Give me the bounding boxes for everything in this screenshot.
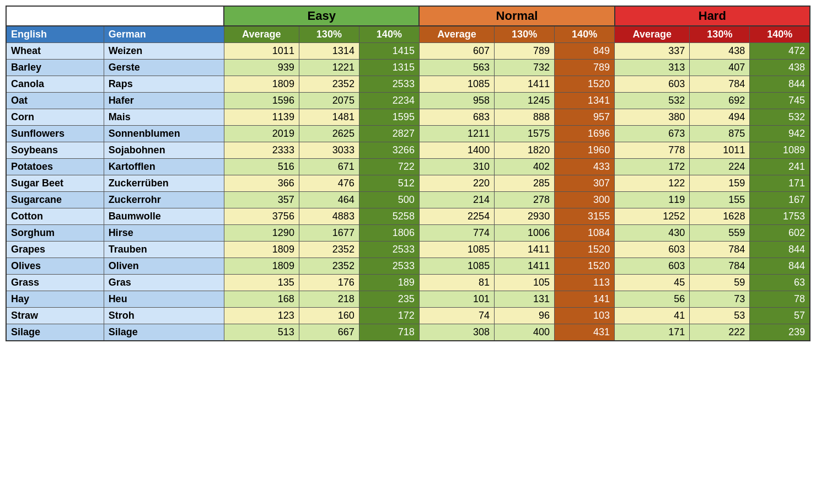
easy-130-value: 160 bbox=[299, 308, 359, 324]
easy-avg-value: 2019 bbox=[224, 126, 299, 142]
easy-140-value: 235 bbox=[359, 291, 419, 308]
hard-140-value: 241 bbox=[750, 159, 810, 175]
table-row: Hay Heu 168 218 235 101 131 141 56 73 78 bbox=[6, 291, 810, 308]
hard-140-value: 63 bbox=[750, 275, 810, 291]
crop-german-name: Baumwolle bbox=[104, 208, 224, 225]
crop-english-name: Sugarcane bbox=[6, 192, 104, 208]
normal-140-value: 1520 bbox=[555, 76, 615, 93]
normal-avg-value: 1085 bbox=[419, 242, 494, 258]
crop-german-name: Mais bbox=[104, 109, 224, 126]
normal-130-value: 105 bbox=[495, 275, 555, 291]
easy-130-value: 464 bbox=[299, 192, 359, 208]
table-row: Canola Raps 1809 2352 2533 1085 1411 152… bbox=[6, 76, 810, 93]
table-row: Silage Silage 513 667 718 308 400 431 17… bbox=[6, 324, 810, 341]
hard-140-value: 1089 bbox=[750, 142, 810, 159]
hard-avg-value: 172 bbox=[615, 159, 690, 175]
hard-140-header: 140% bbox=[750, 26, 810, 43]
hard-140-value: 1753 bbox=[750, 208, 810, 225]
hard-130-value: 559 bbox=[690, 225, 750, 242]
normal-140-value: 300 bbox=[555, 192, 615, 208]
normal-140-value: 957 bbox=[555, 109, 615, 126]
easy-130-value: 4883 bbox=[299, 208, 359, 225]
crop-english-name: Sunflowers bbox=[6, 126, 104, 142]
hard-avg-header: Average bbox=[615, 26, 690, 43]
crop-german-name: Trauben bbox=[104, 242, 224, 258]
normal-avg-value: 101 bbox=[419, 291, 494, 308]
easy-130-value: 671 bbox=[299, 159, 359, 175]
normal-avg-value: 310 bbox=[419, 159, 494, 175]
easy-avg-value: 1809 bbox=[224, 258, 299, 275]
crop-english-name: Silage bbox=[6, 324, 104, 341]
normal-130-value: 2930 bbox=[495, 208, 555, 225]
hard-avg-value: 603 bbox=[615, 76, 690, 93]
easy-140-value: 189 bbox=[359, 275, 419, 291]
hard-avg-value: 430 bbox=[615, 225, 690, 242]
hard-140-value: 602 bbox=[750, 225, 810, 242]
easy-130-value: 3033 bbox=[299, 142, 359, 159]
hard-avg-value: 45 bbox=[615, 275, 690, 291]
easy-140-value: 2234 bbox=[359, 93, 419, 109]
easy-130-value: 2352 bbox=[299, 258, 359, 275]
table-row: Grapes Trauben 1809 2352 2533 1085 1411 … bbox=[6, 242, 810, 258]
main-container: Easy Normal Hard English German Average … bbox=[6, 6, 810, 341]
normal-avg-value: 74 bbox=[419, 308, 494, 324]
hard-130-value: 692 bbox=[690, 93, 750, 109]
easy-130-header: 130% bbox=[299, 26, 359, 43]
normal-avg-value: 1211 bbox=[419, 126, 494, 142]
easy-avg-value: 2333 bbox=[224, 142, 299, 159]
easy-140-value: 718 bbox=[359, 324, 419, 341]
normal-140-value: 307 bbox=[555, 175, 615, 192]
normal-130-value: 1820 bbox=[495, 142, 555, 159]
normal-140-value: 431 bbox=[555, 324, 615, 341]
easy-130-value: 476 bbox=[299, 175, 359, 192]
table-row: Potatoes Kartofflen 516 671 722 310 402 … bbox=[6, 159, 810, 175]
crop-english-name: Hay bbox=[6, 291, 104, 308]
table-row: Sugarcane Zuckerrohr 357 464 500 214 278… bbox=[6, 192, 810, 208]
easy-avg-header: Average bbox=[224, 26, 299, 43]
normal-avg-value: 214 bbox=[419, 192, 494, 208]
hard-130-value: 1011 bbox=[690, 142, 750, 159]
normal-140-value: 1341 bbox=[555, 93, 615, 109]
normal-avg-value: 1085 bbox=[419, 76, 494, 93]
hard-140-value: 171 bbox=[750, 175, 810, 192]
hard-140-value: 745 bbox=[750, 93, 810, 109]
easy-140-header: 140% bbox=[359, 26, 419, 43]
easy-avg-value: 939 bbox=[224, 60, 299, 76]
hard-avg-value: 673 bbox=[615, 126, 690, 142]
normal-avg-value: 220 bbox=[419, 175, 494, 192]
normal-avg-header: Average bbox=[419, 26, 494, 43]
crop-data-table: Easy Normal Hard English German Average … bbox=[6, 6, 810, 341]
hard-140-value: 844 bbox=[750, 258, 810, 275]
table-row: Wheat Weizen 1011 1314 1415 607 789 849 … bbox=[6, 43, 810, 60]
normal-130-value: 285 bbox=[495, 175, 555, 192]
crop-german-name: Raps bbox=[104, 76, 224, 93]
hard-avg-value: 122 bbox=[615, 175, 690, 192]
normal-avg-value: 958 bbox=[419, 93, 494, 109]
crop-german-name: Hafer bbox=[104, 93, 224, 109]
hard-130-value: 53 bbox=[690, 308, 750, 324]
normal-130-header: 130% bbox=[495, 26, 555, 43]
table-row: Cotton Baumwolle 3756 4883 5258 2254 293… bbox=[6, 208, 810, 225]
easy-140-value: 722 bbox=[359, 159, 419, 175]
table-row: Corn Mais 1139 1481 1595 683 888 957 380… bbox=[6, 109, 810, 126]
crop-english-name: Straw bbox=[6, 308, 104, 324]
crop-german-name: Sojabohnen bbox=[104, 142, 224, 159]
easy-130-value: 176 bbox=[299, 275, 359, 291]
normal-avg-value: 607 bbox=[419, 43, 494, 60]
hard-avg-value: 56 bbox=[615, 291, 690, 308]
normal-140-value: 789 bbox=[555, 60, 615, 76]
normal-category-header: Normal bbox=[419, 6, 614, 26]
easy-130-value: 2352 bbox=[299, 76, 359, 93]
easy-avg-value: 1809 bbox=[224, 76, 299, 93]
table-row: Oat Hafer 1596 2075 2234 958 1245 1341 5… bbox=[6, 93, 810, 109]
table-row: Barley Gerste 939 1221 1315 563 732 789 … bbox=[6, 60, 810, 76]
table-body: Wheat Weizen 1011 1314 1415 607 789 849 … bbox=[6, 43, 810, 341]
crop-english-name: Barley bbox=[6, 60, 104, 76]
normal-140-value: 113 bbox=[555, 275, 615, 291]
normal-130-value: 732 bbox=[495, 60, 555, 76]
normal-avg-value: 2254 bbox=[419, 208, 494, 225]
normal-avg-value: 683 bbox=[419, 109, 494, 126]
hard-avg-value: 171 bbox=[615, 324, 690, 341]
normal-140-value: 849 bbox=[555, 43, 615, 60]
crop-english-name: Potatoes bbox=[6, 159, 104, 175]
